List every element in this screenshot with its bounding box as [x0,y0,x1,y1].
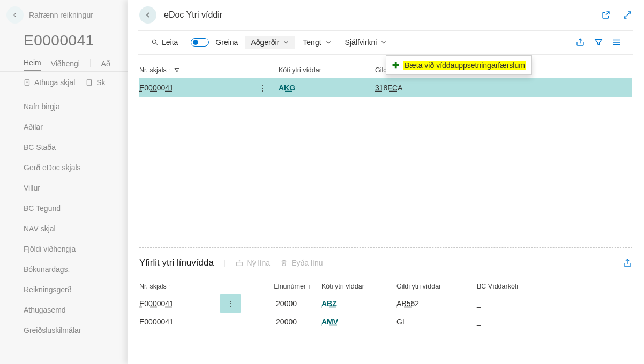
toolbar-actions-label: Aðgerðir [251,38,279,47]
field-item[interactable]: Nafn birgja [24,96,128,117]
field-item[interactable]: BC Staða [24,137,128,157]
field-item[interactable]: Bókunardags. [24,259,128,279]
col2-line-no[interactable]: Línunúmer ↑ [236,283,311,290]
col2-ext-dim-code-label: Kóti ytri víddar [321,283,364,290]
col-doc-no-label: Nr. skjals [139,66,167,74]
tab-more[interactable]: Að [101,59,110,71]
column-filter-icon[interactable] [174,67,180,73]
cell2-doc-no[interactable]: E0000041 [139,317,225,326]
col2-doc-no-label: Nr. skjals [139,283,167,290]
col2-ext-dim-value[interactable]: Gildi ytri víddar [396,283,477,290]
toolbar-analyze[interactable]: Greina [185,36,243,49]
table-row[interactable]: E0000041 ⋮ AKG 318FCA _ [139,78,632,97]
cell2-ext-dim-code[interactable]: ABZ [311,299,396,308]
svg-point-2 [152,40,156,43]
svg-rect-1 [87,80,92,86]
analyze-toggle[interactable] [191,38,209,47]
col2-ext-dim-value-label: Gildi ytri víddar [396,283,441,290]
sk-action[interactable]: Sk [86,78,105,87]
new-line-label: Ný lína [247,259,271,267]
col2-line-no-label: Línunúmer [274,283,306,290]
field-item[interactable]: Athugasemd [24,300,128,320]
chevron-down-icon [325,39,332,46]
toolbar-search[interactable]: Leita [146,36,183,49]
toolbar-related-label: Tengt [303,38,321,47]
col2-ext-dim-code[interactable]: Kóti ytri víddar ↑ [311,283,396,290]
table-row[interactable]: E0000041 ⋮ 20000 ABZ AB562 _ [128,294,644,313]
toolbar-related[interactable]: Tengt [297,36,337,49]
cell-bc-dim-code[interactable]: _ [471,84,568,92]
field-item[interactable]: BC Tegund [24,198,128,218]
field-item[interactable]: Reikningsgerð [24,279,128,300]
col-ext-dim-code-label: Kóti ytri víddar [279,66,321,74]
cell-ext-dim-value[interactable]: 318FCA [375,84,471,92]
bottom-table-header: Nr. skjals ↑ Línunúmer ↑ Kóti ytri vídda… [128,275,644,294]
field-item[interactable]: Gerð eDoc skjals [24,157,128,178]
sk-label: Sk [96,78,105,87]
sort-asc-icon: ↑ [366,284,369,290]
cell2-line-no[interactable]: 20000 [236,317,311,326]
toolbar-automate-label: Sjálfvirkni [345,38,377,47]
document-number: E0000041 [0,30,128,57]
cell2-ext-dim-value[interactable]: AB562 [396,299,477,308]
list-icon[interactable] [612,37,621,47]
chevron-down-icon [380,39,387,46]
tab-home[interactable]: Heim [24,58,41,71]
separator: | [223,259,226,267]
modal-page: eDoc Ytri víddir Leita Greina Aðgerðir T… [128,0,644,364]
check-document-label: Athuga skjal [34,78,75,87]
table-row[interactable]: E0000041 20000 AMV GL _ [128,313,644,331]
cell2-bc-dim-code[interactable]: _ [477,317,552,326]
toolbar-actions[interactable]: Aðgerðir [245,36,295,49]
row-more-icon[interactable]: ⋮ [246,83,279,93]
bottom-title: Yfirlit ytri línuvídda [139,257,214,268]
col-doc-no[interactable]: Nr. skjals ↑ [139,66,246,74]
check-document-action[interactable]: Athuga skjal [24,78,75,87]
share-icon[interactable] [623,258,632,268]
toolbar: Leita Greina Aðgerðir Tengt Sjálfvirkni [138,30,633,55]
col-ext-dim-code[interactable]: Kóti ytri víddar ↑ [279,66,375,74]
col2-bc-dim-code-label: BC Víddarkóti [477,283,518,290]
toolbar-search-label: Leita [162,38,178,47]
col2-doc-no[interactable]: Nr. skjals ↑ [139,283,225,290]
field-item[interactable]: NAV skjal [24,218,128,239]
chevron-down-icon [282,39,290,46]
modal-header: eDoc Ytri víddir [128,0,644,30]
tab-divider: | [89,58,92,70]
actions-dropdown: ✚ Bæta við víddauppsetningarfærslum [386,55,532,75]
tab-attachments[interactable]: Viðhengi [51,59,80,71]
back-button-left[interactable] [6,6,24,24]
back-button[interactable] [139,6,156,24]
delete-line-label: Eyða línu [291,259,323,267]
sort-asc-icon: ↑ [324,67,326,73]
page-title: eDoc Ytri víddir [164,10,601,20]
background-detail-page: Rafrænn reikningur E0000041 Heim Viðheng… [0,0,128,364]
delete-line-button[interactable]: Eyða línu [280,259,323,267]
cell2-ext-dim-code[interactable]: AMV [311,317,396,326]
col2-bc-dim-code[interactable]: BC Víddarkóti [477,283,552,290]
field-item[interactable]: Greiðsluskilmálar [24,320,128,340]
expand-icon[interactable] [623,10,632,20]
popout-icon[interactable] [601,10,611,20]
share-icon[interactable] [575,37,585,47]
cell2-bc-dim-code[interactable]: _ [477,299,552,308]
filter-icon[interactable] [594,37,603,47]
new-line-button[interactable]: Ný lína [235,259,271,267]
cell2-ext-dim-value[interactable]: GL [396,317,477,326]
cell-doc-no[interactable]: E0000041 [139,84,246,92]
detail-tabs: Heim Viðhengi | Að [0,57,128,72]
add-dimension-entries-action[interactable]: ✚ Bæta við víddauppsetningarfærslum [386,58,531,72]
field-list: Nafn birgja Aðilar BC Staða Gerð eDoc sk… [0,92,128,340]
sort-asc-icon: ↑ [169,67,171,73]
cell-ext-dim-code[interactable]: AKG [279,84,375,92]
field-item[interactable]: Villur [24,178,128,198]
cell2-line-no[interactable]: 20000 [236,299,311,308]
plus-icon: ✚ [392,60,399,70]
field-item[interactable]: Aðilar [24,117,128,137]
cell2-doc-no[interactable]: E0000041 [139,299,225,308]
add-dimension-entries-label: Bæta við víddauppsetningarfærslum [403,61,526,70]
toolbar-automate[interactable]: Sjálfvirkni [340,36,393,49]
field-item[interactable]: Fjöldi viðhengja [24,239,128,259]
bottom-toolbar: Yfirlit ytri línuvídda | Ný lína Eyða lí… [128,248,644,275]
breadcrumb: Rafrænn reikningur [29,11,93,19]
